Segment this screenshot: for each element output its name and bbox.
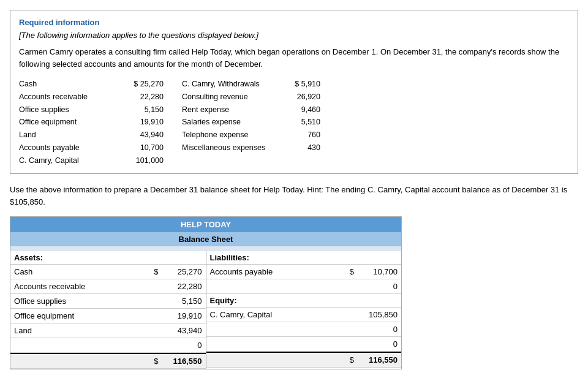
bs-equity-dollar: [343, 328, 355, 331]
bs-asset-amount: 22,280: [160, 280, 206, 293]
account-row: C. Camry, Capital101,000: [19, 155, 164, 167]
bs-assets-total-label: [10, 360, 148, 363]
bs-liability-amount: 0: [355, 280, 401, 293]
account-amount: $ 25,270: [121, 78, 164, 90]
bs-asset-amount: 43,940: [160, 324, 206, 337]
bs-asset-row: Office supplies 5,150: [10, 294, 206, 309]
account-amount: 10,700: [121, 142, 164, 154]
bs-equity-label: [206, 328, 344, 331]
bs-equity-label: [206, 342, 344, 346]
bs-body: Assets: Cash $ 25,270 Accounts receivabl…: [10, 251, 401, 369]
bs-liab-equity-total-amount: 116,550: [355, 353, 401, 366]
bs-asset-label: Office supplies: [10, 295, 148, 308]
account-row: Consulting revenue26,920: [182, 91, 320, 103]
account-name-right: Telephone expense: [182, 129, 280, 141]
bs-assets-total-dollar: $: [148, 355, 160, 368]
bs-assets-total-amount: 116,550: [160, 355, 206, 368]
account-row: Telephone expense760: [182, 129, 320, 141]
accounts-right-col: C. Camry, Withdrawals$ 5,910Consulting r…: [182, 78, 320, 166]
bs-equity-dollar: [343, 342, 355, 346]
bs-asset-amount: 25,270: [160, 265, 206, 278]
bs-equity-dollar: [343, 313, 355, 317]
account-name-right: Miscellaneous expenses: [182, 142, 280, 154]
bs-asset-row: 0: [10, 338, 206, 353]
account-amount: 22,280: [121, 91, 164, 103]
bs-header-spacer: [10, 246, 401, 251]
bs-liab-equity-total-row: $ 116,550: [206, 352, 402, 368]
account-name-right: C. Camry, Withdrawals: [182, 78, 280, 90]
account-row: Accounts payable10,700: [19, 142, 164, 154]
bs-asset-dollar: [148, 300, 160, 303]
bs-equity-row: C. Camry, Capital 105,850: [206, 308, 402, 322]
bs-liability-dollar: [343, 285, 355, 289]
bs-asset-dollar: [148, 285, 160, 289]
bs-equity-row: 0: [206, 337, 402, 352]
account-amount-right: 430: [284, 142, 320, 154]
account-name: Office supplies: [19, 104, 117, 116]
bs-liability-label: [206, 285, 344, 289]
bs-liability-dollar: $: [343, 265, 355, 278]
account-amount: 5,150: [121, 104, 164, 116]
bs-asset-label: Office equipment: [10, 309, 148, 322]
account-amount: 19,910: [121, 116, 164, 128]
account-row: Miscellaneous expenses430: [182, 142, 320, 154]
bs-liability-label: Accounts payable: [206, 265, 344, 278]
account-name: Accounts payable: [19, 142, 117, 154]
account-name-right: Rent expense: [182, 104, 280, 116]
bs-asset-amount: 19,910: [160, 309, 206, 322]
bs-equity-amount: 0: [355, 338, 401, 350]
italic-note: [The following information applies to th…: [19, 31, 569, 40]
account-row: C. Camry, Withdrawals$ 5,910: [182, 78, 320, 90]
bs-liab-equity-total-label: [206, 358, 344, 362]
account-amount: 101,000: [121, 155, 164, 167]
accounts-table: Cash$ 25,270Accounts receivable22,280Off…: [19, 78, 569, 166]
bs-assets-header: Assets:: [10, 251, 206, 265]
bs-company-name: HELP TODAY: [10, 217, 401, 232]
bs-equity-label: C. Camry, Capital: [206, 308, 344, 321]
bs-equity-amount: 0: [355, 323, 401, 336]
account-name: Cash: [19, 78, 117, 90]
bs-asset-dollar: [148, 314, 160, 318]
bs-liability-amount: 10,700: [355, 265, 401, 278]
bs-liabilities-header: Liabilities:: [206, 251, 402, 265]
account-row: Salaries expense5,510: [182, 116, 320, 128]
account-row: Land43,940: [19, 129, 164, 141]
account-name: Land: [19, 129, 117, 141]
bs-asset-dollar: $: [148, 265, 160, 278]
account-amount-right: 760: [284, 129, 320, 141]
accounts-left-col: Cash$ 25,270Accounts receivable22,280Off…: [19, 78, 164, 166]
account-row: Accounts receivable22,280: [19, 91, 164, 103]
bs-asset-label: Land: [10, 324, 148, 337]
account-amount-right: 9,460: [284, 104, 320, 116]
account-amount: 43,940: [121, 129, 164, 141]
bs-asset-row: Cash $ 25,270: [10, 265, 206, 279]
bs-asset-row: Accounts receivable 22,280: [10, 279, 206, 294]
bs-asset-dollar: [148, 329, 160, 333]
bs-asset-amount: 5,150: [160, 295, 206, 308]
account-row: Rent expense9,460: [182, 104, 320, 116]
bs-asset-dollar: [148, 344, 160, 347]
bs-equity-amount: 105,850: [355, 308, 401, 321]
balance-sheet-container: HELP TODAY Balance Sheet Assets: Cash $ …: [10, 216, 402, 369]
account-amount-right: 5,510: [284, 116, 320, 128]
bs-liabilities-equity-section: Liabilities: Accounts payable $ 10,700 0…: [206, 251, 402, 369]
bs-assets-total-row: $ 116,550: [10, 353, 206, 369]
bs-asset-row: Office equipment 19,910: [10, 309, 206, 323]
bs-equity-row: 0: [206, 322, 402, 337]
use-info-text: Use the above information to prepare a D…: [10, 184, 578, 208]
account-row: Cash$ 25,270: [19, 78, 164, 90]
bs-liab-equity-total-dollar: $: [343, 353, 355, 366]
account-name-right: Consulting revenue: [182, 91, 280, 103]
account-row: Office supplies5,150: [19, 104, 164, 116]
required-info-box: Required information [The following info…: [10, 10, 578, 174]
bs-asset-row: Land 43,940: [10, 323, 206, 338]
account-row: Office equipment19,910: [19, 116, 164, 128]
account-name-right: Salaries expense: [182, 116, 280, 128]
bs-asset-label: Accounts receivable: [10, 280, 148, 293]
account-name: Accounts receivable: [19, 91, 117, 103]
bs-liability-row: Accounts payable $ 10,700: [206, 265, 402, 279]
bs-assets-section: Assets: Cash $ 25,270 Accounts receivabl…: [10, 251, 206, 369]
bs-asset-label: [10, 344, 148, 347]
account-name: C. Camry, Capital: [19, 155, 117, 167]
required-title: Required information: [19, 18, 569, 27]
